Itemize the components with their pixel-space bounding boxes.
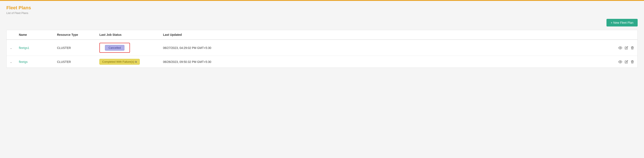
row-2-actions-cell [232, 56, 638, 68]
status-badge-failure-label: Completed With Failure(s) [102, 60, 134, 63]
col-header-expand [6, 30, 16, 40]
row-1-name-link[interactable]: fleetgs1 [19, 46, 29, 50]
col-header-name: Name [16, 30, 54, 40]
chevron-down-icon[interactable]: ⌄ [10, 47, 12, 50]
row-2-status-cell: Completed With Failure(s) ⧉ [96, 56, 160, 68]
toolbar: + New Fleet Plan [6, 19, 638, 26]
row-1-edit-icon[interactable] [625, 46, 628, 50]
col-header-resource-type: Resource Type [54, 30, 96, 40]
col-header-actions [232, 30, 638, 40]
row-2-delete-icon[interactable] [631, 60, 634, 64]
page-subtitle: List of Fleet Plans [6, 11, 638, 15]
status-badge-cancelled: Cancelled [105, 45, 124, 51]
table-body: ⌄ fleetgs1 CLUSTER Cancelled 06/27/2023,… [6, 40, 638, 68]
table-row: ⌄ fleetgs CLUSTER Completed With Failure… [6, 56, 638, 68]
row-2-edit-icon[interactable] [625, 60, 628, 64]
svg-point-0 [620, 47, 621, 48]
external-link-icon[interactable]: ⧉ [135, 60, 137, 63]
page-container: Fleet Plans List of Fleet Plans + New Fl… [0, 1, 644, 158]
status-highlight-box: Cancelled [100, 43, 130, 53]
row-1-expand-cell: ⌄ [6, 40, 16, 56]
col-header-last-job-status: Last Job Status [96, 30, 160, 40]
fleet-plans-table-container: Name Resource Type Last Job Status Last … [6, 30, 638, 68]
row-1-last-updated-cell: 06/27/2023, 04:29:02 PM GMT+5:30 [160, 40, 232, 56]
table-row: ⌄ fleetgs1 CLUSTER Cancelled 06/27/2023,… [6, 40, 638, 56]
row-2-name-link[interactable]: fleetgs [19, 60, 28, 64]
row-1-view-icon[interactable] [618, 46, 622, 50]
row-1-name-cell: fleetgs1 [16, 40, 54, 56]
page-title: Fleet Plans [6, 5, 638, 10]
row-2-last-updated-cell: 06/26/2023, 09:50:32 PM GMT+5:30 [160, 56, 232, 68]
chevron-down-icon[interactable]: ⌄ [10, 61, 12, 64]
row-2-expand-cell: ⌄ [6, 56, 16, 68]
row-1-status-cell: Cancelled [96, 40, 160, 56]
row-2-resource-type-cell: CLUSTER [54, 56, 96, 68]
row-2-view-icon[interactable] [618, 60, 622, 64]
row-1-actions-cell [232, 40, 638, 56]
row-1-resource-type-cell: CLUSTER [54, 40, 96, 56]
row-2-action-icons [235, 60, 634, 64]
row-1-delete-icon[interactable] [631, 46, 634, 50]
table-header: Name Resource Type Last Job Status Last … [6, 30, 638, 40]
row-1-action-icons [235, 46, 634, 50]
svg-point-1 [620, 61, 621, 62]
status-badge-failure: Completed With Failure(s) ⧉ [100, 59, 140, 65]
fleet-plans-table: Name Resource Type Last Job Status Last … [6, 30, 638, 68]
col-header-last-updated: Last Updated [160, 30, 232, 40]
row-2-name-cell: fleetgs [16, 56, 54, 68]
new-fleet-button[interactable]: + New Fleet Plan [606, 19, 638, 26]
